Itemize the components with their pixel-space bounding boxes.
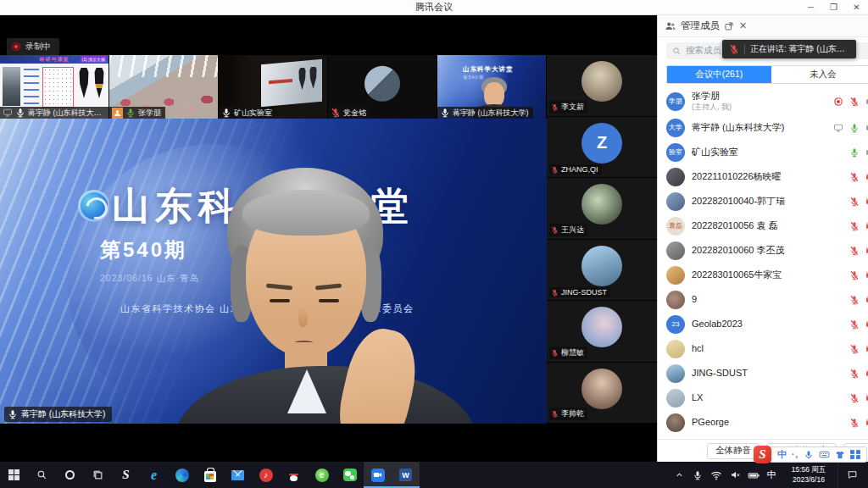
wechat-taskbar-icon[interactable] — [336, 462, 364, 488]
mic-muted-icon[interactable] — [849, 418, 860, 428]
mic-on-icon[interactable] — [849, 147, 860, 158]
tray-speaker-muted-icon[interactable] — [726, 462, 744, 488]
maximize-button[interactable]: ❐ — [822, 0, 845, 15]
green-browser-taskbar-icon[interactable]: e — [308, 462, 336, 488]
windows-taskbar: Se♪eW 中 15:56 周五 2023/6/16 — [0, 462, 868, 488]
tencent-meeting-taskbar-icon[interactable] — [364, 462, 392, 488]
mic-muted-icon[interactable] — [849, 97, 860, 107]
qq-taskbar-icon[interactable] — [280, 462, 308, 488]
mic-speaking-icon — [125, 108, 136, 118]
mic-icon — [440, 108, 450, 118]
edge-taskbar-icon[interactable] — [168, 462, 196, 488]
ime-punctuation-icon[interactable]: ·, — [792, 450, 798, 459]
video-thumbnail-dangjinming[interactable]: 党金铭 — [328, 55, 437, 119]
member-row[interactable]: 202283010065牛家宝 — [658, 263, 868, 287]
ime-skin-icon[interactable] — [835, 450, 845, 460]
tray-battery-icon[interactable] — [744, 462, 763, 488]
member-row[interactable]: hcl — [658, 336, 868, 361]
mail-taskbar-icon[interactable] — [224, 462, 252, 488]
member-avatar — [666, 291, 685, 309]
participant-video-tile[interactable]: 李帅乾 — [547, 363, 657, 424]
member-avatar — [666, 389, 685, 408]
member-row[interactable]: 学朋张学朋(主持人, 我) — [658, 87, 868, 115]
video-area: 录制中 科研与课堂 (1) 演示文稿 蒋宇静 — [0, 15, 657, 462]
popout-icon[interactable] — [724, 21, 734, 31]
word-taskbar-icon[interactable]: W — [392, 462, 420, 488]
panel-close-icon[interactable]: ✕ — [739, 20, 747, 31]
tray-language-indicator[interactable]: 中 — [763, 469, 780, 481]
mic-muted-icon[interactable] — [849, 246, 860, 256]
screen-icon[interactable] — [833, 123, 843, 133]
speaking-toast: 正在讲话: 蒋宇静 (山东科技... — [722, 40, 856, 58]
member-row[interactable]: 袁磊202282010056 袁 磊 — [658, 214, 868, 238]
mic-muted-icon[interactable] — [849, 369, 860, 379]
ime-keyboard-icon[interactable] — [819, 449, 830, 460]
close-button[interactable]: ✕ — [845, 0, 868, 15]
ie-taskbar-icon[interactable]: e — [140, 462, 168, 488]
action-center-icon[interactable] — [837, 462, 866, 488]
task-view-taskbar-icon[interactable] — [84, 462, 112, 488]
member-row[interactable]: PGeorge — [658, 410, 868, 435]
thumbnail-name: 蒋宇静 (山东科技大学) 的屏... — [28, 108, 104, 119]
mic-muted-icon — [729, 44, 739, 54]
member-name: 9 — [692, 294, 843, 306]
sogou-ime-toolbar: S 中 ·, — [754, 446, 867, 463]
participant-video-tile[interactable]: 柳慧敏 — [547, 301, 657, 363]
participant-video-tile[interactable]: ZZHANG,QI — [547, 117, 657, 179]
ime-language-toggle[interactable]: 中 — [777, 448, 787, 461]
ime-voice-icon[interactable] — [804, 450, 814, 460]
record-dot-icon[interactable] — [833, 97, 843, 107]
member-name: JING-SDUST — [692, 368, 843, 380]
member-row[interactable]: LX — [658, 385, 868, 410]
tray-chevron-up-icon[interactable] — [670, 462, 688, 488]
mic-muted-icon — [551, 166, 559, 174]
member-row[interactable]: 大学蒋宇静 (山东科技大学) — [658, 115, 868, 140]
tab-in-meeting[interactable]: 会议中(261) — [667, 66, 771, 83]
screen-share-icon — [3, 108, 13, 118]
mic-muted-icon[interactable] — [849, 344, 860, 354]
member-row[interactable]: 202282010060 李丕茂 — [658, 238, 868, 263]
netease-music-taskbar-icon[interactable]: ♪ — [252, 462, 280, 488]
mic-muted-icon[interactable] — [849, 197, 860, 207]
mic-muted-icon[interactable] — [849, 172, 860, 182]
mic-muted-icon[interactable] — [849, 393, 860, 403]
participant-avatar — [581, 369, 622, 409]
participant-video-tile[interactable]: 李文新 — [547, 55, 657, 117]
mic-muted-icon[interactable] — [849, 221, 860, 231]
video-thumbnail-screenshare[interactable]: 科研与课堂 (1) 演示文稿 蒋宇静 (山东科技大学) 的屏... — [0, 55, 109, 119]
video-thumbnail-zhangxuepeng[interactable]: 张学朋 — [109, 55, 219, 119]
mute-all-button[interactable]: 全体静音 — [707, 443, 760, 459]
participant-name: ZHANG,QI — [561, 165, 598, 174]
member-row[interactable]: 23Geolab2023 — [658, 312, 868, 336]
windows-taskbar-icon[interactable] — [0, 462, 28, 488]
participant-avatar — [581, 61, 622, 102]
participant-video-tile[interactable]: 王兴达 — [547, 178, 657, 240]
member-row[interactable]: 验室矿山实验室 — [658, 140, 868, 164]
host-badge-icon — [112, 108, 123, 119]
mic-on-icon[interactable] — [849, 123, 860, 133]
ime-toolbox-icon[interactable] — [850, 450, 860, 460]
member-row[interactable]: 9 — [658, 287, 868, 312]
participant-avatar — [581, 184, 622, 225]
mic-muted-icon[interactable] — [849, 270, 860, 280]
video-thumbnail-jiangyujing[interactable]: 山东科学大讲堂 第540期 蒋宇静 (山东科技大学) — [437, 55, 547, 119]
minimize-button[interactable]: ─ — [799, 0, 822, 15]
tray-wifi-icon[interactable] — [707, 462, 726, 488]
tab-not-joined[interactable]: 未入会 — [771, 66, 868, 83]
member-row[interactable]: 202282010040-郭丁瑞 — [658, 189, 868, 214]
taskbar-clock[interactable]: 15:56 周五 2023/6/16 — [783, 465, 834, 484]
sogou-taskbar-icon[interactable]: S — [112, 462, 140, 488]
member-row[interactable]: 202211010226杨映曜 — [658, 164, 868, 189]
main-speaker-video[interactable]: 山东科学大讲堂 第540期 2023/06/16 山东·青岛 科普中国 科普山东… — [0, 119, 547, 424]
video-thumbnail-mine-lab[interactable]: 矿山实验室 — [219, 55, 328, 119]
tray-mic-icon[interactable] — [688, 462, 707, 488]
member-row[interactable]: JING-SDUST — [658, 361, 868, 385]
sogou-logo-icon[interactable]: S — [754, 446, 771, 463]
participant-video-tile[interactable]: JING-SDUST — [547, 240, 657, 302]
mic-muted-icon[interactable] — [849, 319, 860, 330]
member-name: 202282010040-郭丁瑞 — [692, 196, 843, 208]
store-taskbar-icon[interactable] — [196, 462, 224, 488]
mic-muted-icon[interactable] — [849, 295, 860, 305]
cortana-taskbar-icon[interactable] — [56, 462, 84, 488]
search-taskbar-icon[interactable] — [28, 462, 56, 488]
